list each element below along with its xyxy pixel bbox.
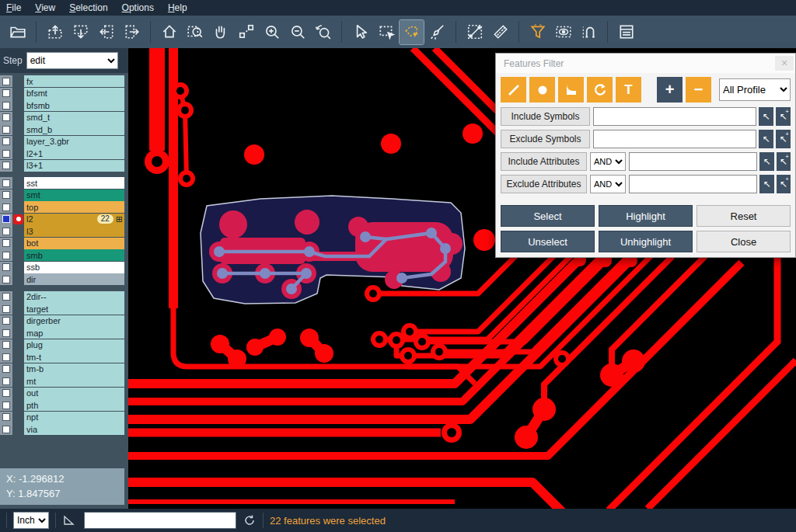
home-icon[interactable] (157, 20, 181, 44)
layer-chip[interactable]: out (24, 388, 124, 399)
layer-row-target[interactable]: target (0, 303, 128, 315)
grid-icon[interactable]: ⊞ (116, 215, 123, 224)
layer-visibility-checkbox[interactable] (0, 75, 12, 87)
unhighlight-button[interactable]: Unhighlight (599, 231, 693, 252)
layer-row-l3[interactable]: l3 (0, 225, 128, 237)
layer-visibility-checkbox[interactable] (0, 339, 12, 351)
layer-chip[interactable]: smd_t (24, 112, 124, 123)
pan-right-icon[interactable] (120, 20, 144, 44)
layer-row-map[interactable]: map (0, 327, 128, 339)
open-folder-icon[interactable] (5, 20, 30, 44)
pick-add-arrow-icon[interactable]: ↖+ (777, 152, 791, 171)
close-icon[interactable]: ✕ (775, 56, 794, 71)
layer-row-mt[interactable]: mt (0, 375, 128, 387)
ruler-icon[interactable] (488, 20, 512, 44)
menu-item-view[interactable]: View (35, 2, 55, 13)
pick-add-arrow-icon[interactable]: ↖+ (777, 175, 791, 193)
layer-chip[interactable]: dirgerber (24, 315, 124, 327)
layer-visibility-checkbox[interactable] (0, 273, 12, 285)
layer-visibility-checkbox[interactable] (0, 375, 12, 387)
layer-visibility-checkbox[interactable] (0, 315, 12, 327)
layer-visibility-checkbox[interactable] (0, 177, 12, 189)
layer-visibility-checkbox[interactable] (0, 388, 12, 399)
layer-visibility-checkbox[interactable] (0, 291, 12, 303)
layer-visibility-checkbox[interactable] (0, 249, 12, 261)
layer-chip[interactable]: target (24, 303, 124, 315)
layer-row-2dir--[interactable]: 2dir-- (0, 291, 128, 303)
filter-value-input[interactable] (629, 152, 757, 171)
select-button[interactable]: Select (501, 205, 595, 227)
select-arrow-icon[interactable] (348, 20, 372, 44)
layer-visibility-checkbox[interactable] (0, 123, 12, 135)
layer-chip[interactable]: 2dir-- (24, 291, 124, 303)
layer-visibility-checkbox[interactable] (0, 423, 12, 435)
layer-chip[interactable]: sst (24, 177, 124, 189)
layer-chip[interactable]: via (24, 423, 124, 435)
layer-visibility-checkbox[interactable] (0, 201, 12, 213)
zoom-out-icon[interactable] (285, 20, 309, 44)
unit-select[interactable]: Inch (13, 512, 49, 529)
layer-chip[interactable]: smd_b (24, 123, 124, 135)
layer-chip[interactable]: l2+1 (24, 148, 124, 159)
move-vertex-icon[interactable] (234, 20, 258, 44)
menu-item-options[interactable]: Options (122, 2, 154, 13)
layer-chip[interactable]: ssb (24, 262, 124, 273)
layer-row-npt[interactable]: npt (0, 412, 128, 423)
layer-chip[interactable]: tm-t (24, 351, 124, 363)
layer-visibility-checkbox[interactable] (0, 351, 12, 363)
pan-down-icon[interactable] (68, 20, 93, 44)
layer-visibility-checkbox[interactable] (0, 160, 12, 172)
layer-row-dirgerber[interactable]: dirgerber (0, 315, 128, 327)
view-eye-icon[interactable] (551, 20, 575, 44)
highlight-button[interactable]: Highlight (599, 205, 693, 227)
layer-chip[interactable]: dir (24, 273, 124, 285)
layer-row-l2[interactable]: l222⊞ (0, 214, 128, 225)
menu-item-help[interactable]: Help (168, 2, 187, 13)
layers-panel-icon[interactable] (614, 20, 638, 44)
layer-row-smd_b[interactable]: smd_b (0, 123, 128, 135)
layer-row-smd_t[interactable]: smd_t (0, 112, 128, 123)
layer-row-sst[interactable]: sst (0, 177, 128, 189)
layer-visibility-checkbox[interactable] (0, 99, 12, 111)
zoom-in-icon[interactable] (260, 20, 284, 44)
layer-row-out[interactable]: out (0, 388, 128, 399)
filter-value-input[interactable] (629, 175, 757, 193)
brush-icon[interactable] (425, 20, 449, 44)
layer-chip[interactable]: npt (24, 412, 124, 423)
layer-visibility-checkbox[interactable] (0, 262, 12, 273)
menu-item-file[interactable]: File (6, 2, 21, 13)
menu-item-selection[interactable]: Selection (69, 2, 107, 13)
layer-visibility-checkbox[interactable] (0, 136, 12, 148)
layer-visibility-checkbox[interactable] (0, 363, 12, 375)
layer-row-layer_3.gbr[interactable]: layer_3.gbr (0, 136, 128, 148)
layer-chip[interactable]: plug (24, 339, 124, 351)
add-button[interactable]: + (657, 77, 683, 103)
layer-row-smb[interactable]: smb (0, 249, 128, 261)
layer-chip[interactable]: bot (24, 238, 124, 249)
layer-chip[interactable]: tm-b (24, 363, 124, 375)
filter-row-label[interactable]: Include Symbols (501, 107, 590, 126)
pan-left-icon[interactable] (94, 20, 118, 44)
layer-row-plug[interactable]: plug (0, 339, 128, 351)
pick-arrow-icon[interactable]: ↖ (759, 107, 773, 126)
layer-visibility-checkbox[interactable] (0, 399, 12, 411)
layer-row-l3+1[interactable]: l3+1 (0, 160, 128, 172)
dialog-titlebar[interactable]: Features Filter ✕ (496, 54, 795, 73)
pick-arrow-icon[interactable]: ↖ (759, 130, 773, 148)
pick-add-arrow-icon[interactable]: ↖+ (776, 107, 791, 126)
layer-row-fx[interactable]: fx (0, 75, 128, 87)
remove-button[interactable]: − (686, 77, 711, 103)
selection-polygon[interactable] (201, 196, 465, 304)
polygon-select-icon[interactable] (400, 20, 424, 44)
layer-row-dir[interactable]: dir (0, 273, 128, 285)
layer-visibility-checkbox[interactable] (0, 225, 12, 237)
filter-value-input[interactable] (593, 107, 756, 126)
pick-add-arrow-icon[interactable]: ↖+ (776, 130, 791, 148)
surface-tool-button[interactable] (558, 77, 584, 103)
pick-arrow-icon[interactable]: ↖ (759, 152, 773, 171)
command-input[interactable] (84, 512, 236, 529)
layer-visibility-checkbox[interactable] (0, 303, 12, 315)
zoom-previous-icon[interactable] (311, 20, 335, 44)
measure-line-icon[interactable] (463, 20, 487, 44)
layer-row-tm-t[interactable]: tm-t (0, 351, 128, 363)
